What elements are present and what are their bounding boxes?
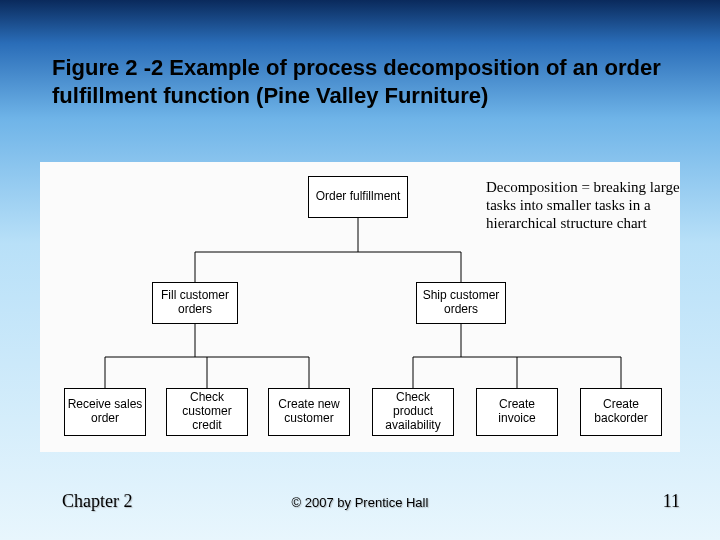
- node-level1-0: Fill customer orders: [152, 282, 238, 324]
- node-level2-0: Receive sales order: [64, 388, 146, 436]
- annotation-text: Decomposition = breaking large tasks int…: [486, 178, 682, 232]
- node-level2-2: Create new customer: [268, 388, 350, 436]
- node-level2-1: Check customer credit: [166, 388, 248, 436]
- node-level2-3: Check product availability: [372, 388, 454, 436]
- node-root: Order fulfillment: [308, 176, 408, 218]
- node-level1-1: Ship customer orders: [416, 282, 506, 324]
- footer-copyright: © 2007 by Prentice Hall: [292, 495, 429, 510]
- footer-chapter: Chapter 2: [62, 491, 132, 512]
- node-level2-4: Create invoice: [476, 388, 558, 436]
- node-level2-5: Create backorder: [580, 388, 662, 436]
- page-number: 11: [663, 491, 680, 512]
- figure-title: Figure 2 -2 Example of process decomposi…: [52, 54, 668, 109]
